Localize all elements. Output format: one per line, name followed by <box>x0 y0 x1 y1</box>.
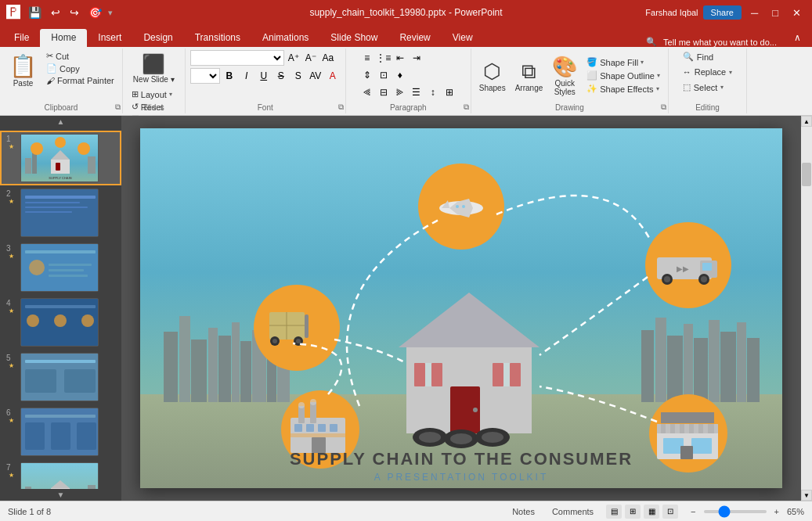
tab-slideshow[interactable]: Slide Show <box>319 29 388 47</box>
comments-button[interactable]: Comments <box>547 505 598 518</box>
line-spacing-button[interactable]: ↕ <box>425 84 441 100</box>
slide-scroll-down[interactable]: ▼ <box>0 489 121 501</box>
scroll-thumb[interactable] <box>802 163 811 186</box>
redo-button[interactable]: ↪ <box>67 5 82 20</box>
justify-button[interactable]: ☰ <box>409 84 424 100</box>
slide-item-3[interactable]: 3 ★ <box>0 240 121 295</box>
align-center-button[interactable]: ⊟ <box>376 84 392 100</box>
svg-point-75 <box>450 433 472 444</box>
quick-styles-button[interactable]: 🎨 QuickStyles <box>549 53 580 98</box>
font-size-select[interactable] <box>190 68 220 84</box>
clear-format-button[interactable]: Aa <box>320 50 336 66</box>
tab-design[interactable]: Design <box>132 29 183 47</box>
reading-view-button[interactable]: ▦ <box>644 505 659 519</box>
scroll-up-button[interactable]: ▲ <box>801 116 812 127</box>
numbered-list-button[interactable]: ⋮≡ <box>376 50 392 66</box>
present-button[interactable]: 🎯 <box>85 5 105 20</box>
font-row-1: A⁺ A⁻ Aa <box>190 50 336 66</box>
shape-fill-button[interactable]: 🪣 Shape Fill ▾ <box>583 56 663 68</box>
font-shadow-button[interactable]: S <box>291 68 306 84</box>
smartart-button[interactable]: ♦ <box>392 67 408 83</box>
align-text-button[interactable]: ⊡ <box>376 67 392 83</box>
minimize-button[interactable]: ─ <box>746 5 763 20</box>
svg-point-108 <box>310 399 316 405</box>
slide-item-6[interactable]: 6 ★ <box>0 404 121 459</box>
select-label: Select <box>694 83 718 92</box>
notes-button[interactable]: Notes <box>507 505 540 518</box>
tab-view[interactable]: View <box>442 29 484 47</box>
tab-collapse[interactable]: ∧ <box>783 29 812 47</box>
format-painter-button[interactable]: 🖌 Format Painter <box>43 75 117 86</box>
shape-outline-arrow: ▾ <box>657 72 660 79</box>
share-button[interactable]: Share <box>703 5 742 20</box>
select-button[interactable]: ⬚ Select ▾ <box>678 81 729 94</box>
align-right-button[interactable]: ⫸ <box>392 84 408 100</box>
drawing-expand-button[interactable]: ⧉ <box>661 102 666 112</box>
shapes-button[interactable]: ⬡ Shapes <box>476 58 509 94</box>
arrange-button[interactable]: ⧉ Arrange <box>512 58 547 94</box>
slide-canvas[interactable]: ▶▶ <box>140 128 782 488</box>
zoom-in-button[interactable]: + <box>770 505 784 518</box>
tab-home[interactable]: Home <box>40 29 87 47</box>
font-expand-button[interactable]: ⧉ <box>338 102 344 112</box>
app-container: 🅿 💾 ↩ ↪ 🎯 ▾ supply_chain_toolkit_19980.p… <box>0 0 812 521</box>
layout-button[interactable]: ⊞ Layout ▾ <box>128 88 179 100</box>
tab-review[interactable]: Review <box>388 29 441 47</box>
scroll-track[interactable] <box>801 127 812 490</box>
zoom-slider[interactable] <box>704 510 767 513</box>
font-family-select[interactable] <box>190 50 284 66</box>
underline-button[interactable]: U <box>256 68 272 84</box>
tab-animations[interactable]: Animations <box>251 29 319 47</box>
slide-scroll-up[interactable]: ▲ <box>0 116 121 128</box>
shape-effects-button[interactable]: ✨ Shape Effects ▾ <box>583 83 663 95</box>
maximize-button[interactable]: □ <box>767 5 783 20</box>
zoom-out-button[interactable]: − <box>686 505 700 518</box>
font-color-button[interactable]: A <box>325 68 341 84</box>
slide-sorter-button[interactable]: ⊞ <box>625 505 641 519</box>
find-icon: 🔍 <box>683 52 694 62</box>
paragraph-expand-button[interactable]: ⧉ <box>464 102 469 112</box>
new-slide-button[interactable]: ⬛ New Slide ▾ <box>128 50 179 87</box>
slide-item-5[interactable]: 5 ★ <box>0 350 121 404</box>
strikethrough-button[interactable]: S <box>273 68 289 84</box>
font-size-increase-button[interactable]: A⁺ <box>286 50 301 66</box>
tab-insert[interactable]: Insert <box>87 29 132 47</box>
copy-button[interactable]: 📄 Copy <box>43 63 117 74</box>
bold-button[interactable]: B <box>222 68 237 84</box>
slides-label: Slides <box>143 103 164 112</box>
svg-text:SUPPLY CHAIN TO THE CONSUMER: SUPPLY CHAIN TO THE CONSUMER <box>290 449 633 469</box>
slideshow-view-button[interactable]: ⊡ <box>662 505 678 519</box>
align-left-button[interactable]: ⫷ <box>359 84 375 100</box>
svg-rect-21 <box>49 275 88 277</box>
text-direction-button[interactable]: ⇕ <box>359 67 375 83</box>
save-button[interactable]: 💾 <box>25 5 45 20</box>
close-button[interactable]: ✕ <box>788 5 806 20</box>
quick-styles-icon: 🎨 <box>552 55 577 79</box>
decrease-indent-button[interactable]: ⇤ <box>392 50 408 66</box>
shape-outline-button[interactable]: ⬜ Shape Outline ▾ <box>583 70 663 81</box>
undo-button[interactable]: ↩ <box>48 5 63 20</box>
increase-indent-button[interactable]: ⇥ <box>409 50 424 66</box>
cut-button[interactable]: ✂ Cut <box>43 50 117 62</box>
slide-num-area-5: 5 ★ <box>6 353 16 369</box>
slide-item-1[interactable]: 1 ★ <box>0 131 121 185</box>
tab-transitions[interactable]: Transitions <box>184 29 251 47</box>
italic-button[interactable]: I <box>239 68 254 84</box>
normal-view-button[interactable]: ▤ <box>606 505 622 519</box>
svg-rect-112 <box>330 424 337 432</box>
scroll-down-button[interactable]: ▼ <box>801 490 812 501</box>
slide-thumb-4 <box>20 298 99 347</box>
font-spacing-button[interactable]: AV <box>308 68 323 84</box>
slide-item-4[interactable]: 4 ★ <box>0 295 121 350</box>
font-size-decrease-button[interactable]: A⁻ <box>303 50 319 66</box>
bullets-button[interactable]: ≡ <box>359 50 375 66</box>
find-button[interactable]: 🔍 Find <box>678 50 718 63</box>
replace-button[interactable]: ↔ Replace ▾ <box>678 66 737 78</box>
columns-button[interactable]: ⊞ <box>442 84 457 100</box>
slide-item-7[interactable]: 7 ★ <box>0 459 121 489</box>
slide-item-2[interactable]: 2 ★ <box>0 185 121 240</box>
clipboard-expand-button[interactable]: ⧉ <box>115 102 121 112</box>
tab-file[interactable]: File <box>3 29 40 47</box>
slide-preview-2 <box>21 189 99 237</box>
paste-button[interactable]: 📋 Paste <box>5 50 42 91</box>
